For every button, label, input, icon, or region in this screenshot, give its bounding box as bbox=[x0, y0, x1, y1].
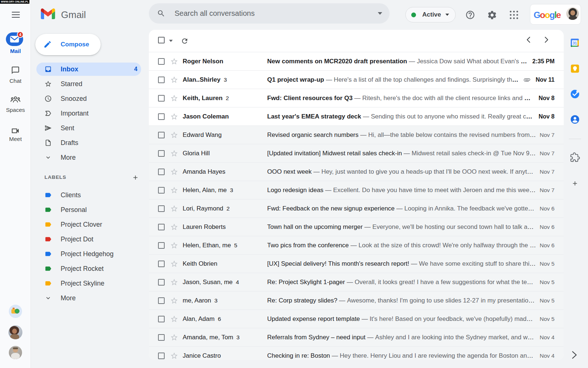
svg-text:31: 31 bbox=[573, 41, 577, 45]
